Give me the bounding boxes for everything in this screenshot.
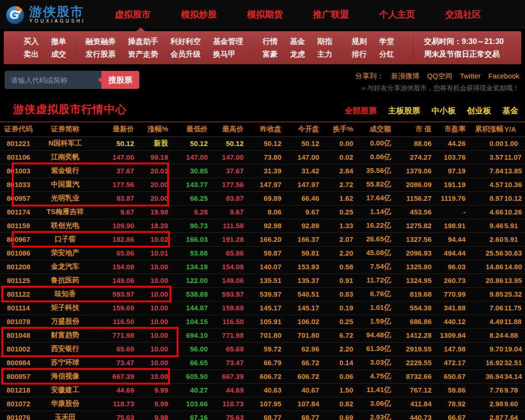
- submenu-link[interactable]: 基金管理: [213, 35, 243, 47]
- search-button[interactable]: 搜股票: [102, 71, 139, 89]
- cell-high: 37.67: [209, 164, 245, 178]
- submenu-link[interactable]: 成交: [51, 48, 66, 60]
- nav-item-4[interactable]: 推广联盟: [313, 9, 349, 21]
- submenu-link[interactable]: 分红: [379, 48, 394, 60]
- nav-item-2[interactable]: 模拟炒股: [181, 9, 217, 21]
- cell-pct: 10.02: [135, 232, 169, 246]
- submenu-link[interactable]: 行情: [262, 35, 278, 47]
- submenu-link[interactable]: 操盘助手: [128, 35, 158, 47]
- stock-row[interactable]: 801003紫金银行37.6720.0130.8537.6731.3931.42…: [0, 164, 525, 178]
- cell-code: 801033: [0, 178, 37, 191]
- stock-row[interactable]: 800967口子窖182.8610.02166.03191.28166.2016…: [0, 232, 525, 246]
- stock-row[interactable]: 800957光明乳业83.8720.0066.2583.8769.8966.46…: [0, 191, 525, 205]
- table-header-row: 证券代码证券简称最新价涨幅%最低价最高价昨收盘今开盘换手%成交额市 值市盈率累积…: [0, 122, 525, 137]
- cell-low: 40.27: [169, 383, 209, 397]
- submenu-column: 规则排行: [352, 35, 367, 60]
- cell-prev: 140.07: [245, 260, 282, 274]
- share-link[interactable]: QQ空间: [427, 72, 452, 80]
- submenu-link[interactable]: 融资融券: [85, 35, 116, 47]
- top-navigation: G 游侠股市 YOUXIAGUSHI 虚拟股市模拟炒股模拟期货推广联盟个人主页交…: [0, 0, 525, 29]
- cell-turn: 2.84: [320, 164, 354, 178]
- stock-row[interactable]: 801208金龙汽车154.0810.00134.19154.08140.071…: [0, 260, 525, 274]
- submenu-link[interactable]: 排行: [352, 48, 367, 60]
- page-title: 游侠虚拟股市行情中心: [13, 102, 127, 117]
- submenu-link[interactable]: 换马甲: [213, 48, 243, 60]
- cell-low: 166.03: [169, 232, 209, 246]
- cell-prev: 73.80: [245, 150, 282, 164]
- submenu-link[interactable]: 规则: [352, 35, 367, 47]
- submenu-link[interactable]: 买入: [24, 35, 39, 47]
- stock-row[interactable]: 801048财富趋势771.9810.00694.10771.98701.807…: [0, 328, 525, 342]
- stock-row[interactable]: 801072华康股份118.739.99103.66118.73107.9510…: [0, 397, 525, 411]
- submenu-link[interactable]: 资产走势: [128, 48, 158, 60]
- stock-row[interactable]: 801033中国重汽177.5620.00143.77177.56147.971…: [0, 178, 525, 191]
- search-input[interactable]: [5, 71, 102, 89]
- cell-amount: 55.82亿: [354, 178, 392, 191]
- cell-open: 9.67: [282, 205, 320, 219]
- page: G 游侠股市 YOUXIAGUSHI 虚拟股市模拟炒股模拟期货推广联盟个人主页交…: [0, 0, 525, 420]
- cell-pe: 1309.84: [432, 328, 466, 342]
- stock-row[interactable]: 801076玉禾田75.639.9867.1675.6368.7768.770.…: [0, 411, 525, 420]
- submenu-link[interactable]: 期指: [317, 35, 332, 47]
- submenu-link[interactable]: 富豪: [262, 48, 278, 60]
- cell-amount: 94.48亿: [354, 328, 392, 342]
- share-link[interactable]: Facebook: [488, 72, 519, 80]
- stock-row[interactable]: 801122味知香593.9710.00538.89593.97539.9754…: [0, 287, 525, 301]
- submenu-link[interactable]: 撤单: [51, 35, 66, 47]
- svg-text:G: G: [9, 8, 19, 22]
- cell-low: 53.88: [169, 246, 209, 260]
- cell-pct: 20.01: [135, 164, 169, 178]
- stock-row[interactable]: 801078万盛股份116.5010.00104.15116.50105.911…: [0, 315, 525, 328]
- stock-row[interactable]: 801125鲁抗医药149.0610.00122.00149.06135.511…: [0, 274, 525, 287]
- stock-row[interactable]: 801218安徽建工44.699.9940.2744.6940.6340.671…: [0, 383, 525, 397]
- cell-prev: 92.98: [245, 219, 282, 232]
- stock-row[interactable]: 801002西安银行65.6910.0056.0065.6959.7262.96…: [0, 342, 525, 356]
- stock-row[interactable]: 801086荣安地产65.8610.0153.8865.8659.8759.81…: [0, 246, 525, 260]
- nav-item-1[interactable]: 虚拟股市: [115, 9, 151, 21]
- submenu-link[interactable]: 主力: [317, 48, 332, 60]
- nav-item-6[interactable]: 交流社区: [445, 9, 481, 21]
- cell-open: 50.12: [282, 137, 320, 150]
- stock-row[interactable]: 800984苏宁环球73.4710.0066.6573.4766.7966.72…: [0, 356, 525, 369]
- cell-cum: 14.86: [466, 260, 504, 274]
- tab-5[interactable]: 基金: [502, 105, 518, 116]
- cell-high: 44.69: [209, 383, 245, 397]
- stock-row[interactable]: 800857海信视像667.3910.00605.50667.39606.726…: [0, 369, 525, 383]
- cell-cum: 3.57: [466, 150, 504, 164]
- cell-pct: 20.00: [135, 178, 169, 191]
- cell-pct: 9.99: [135, 383, 169, 397]
- tab-2[interactable]: 主板股票: [388, 105, 420, 116]
- stock-row[interactable]: 801221N国科军工50.12新股50.1250.1250.1250.120.…: [0, 137, 525, 150]
- stock-row[interactable]: 801174TS梅雁吉祥9.6719.989.289.678.069.670.2…: [0, 205, 525, 219]
- submenu-link[interactable]: 利好利空: [170, 35, 201, 47]
- submenu-link[interactable]: 发行股票: [85, 48, 116, 60]
- cell-turn: 0.00: [320, 137, 354, 150]
- cell-name: N国科军工: [37, 137, 93, 150]
- submenu-link[interactable]: 学堂: [379, 35, 394, 47]
- tab-1[interactable]: 全部股票: [345, 105, 377, 116]
- submenu-link[interactable]: 会员升级: [170, 48, 201, 60]
- nav-item-5[interactable]: 个人主页: [379, 9, 415, 21]
- share-link[interactable]: Twitter: [460, 72, 481, 80]
- cell-name: 海信视像: [37, 369, 93, 383]
- tab-3[interactable]: 中小板: [432, 105, 456, 116]
- stock-row[interactable]: 801159联创光电109.9018.2090.73111.5892.9892.…: [0, 219, 525, 232]
- cell-pe: 770.99: [432, 287, 466, 301]
- cell-ya: 11.07: [504, 150, 525, 164]
- stock-row[interactable]: 801114矩子科技159.6910.00144.87159.69145.171…: [0, 301, 525, 315]
- nav-item-3[interactable]: 模拟期货: [247, 9, 283, 21]
- submenu-link[interactable]: 卖出: [24, 48, 39, 60]
- logo[interactable]: G 游侠股市 YOUXIAGUSHI: [5, 4, 85, 25]
- cell-low: 143.77: [169, 178, 209, 191]
- submenu-link[interactable]: 龙虎: [290, 48, 305, 60]
- quotes-table: 证券代码证券简称最新价涨幅%最低价最高价昨收盘今开盘换手%成交额市 值市盈率累积…: [0, 122, 525, 420]
- submenu-link[interactable]: 基金: [290, 35, 305, 47]
- tab-4[interactable]: 创业板: [467, 105, 491, 116]
- cell-low: 67.16: [169, 411, 209, 420]
- cell-low: 103.66: [169, 397, 209, 411]
- cell-pct: 10.00: [135, 274, 169, 287]
- cell-price: 65.69: [93, 342, 135, 356]
- share-link[interactable]: 新浪微博: [391, 72, 420, 80]
- submenu-column: 基金管理换马甲: [213, 35, 243, 60]
- stock-row[interactable]: 801106江南奕帆147.0099.19147.00147.0073.8014…: [0, 150, 525, 164]
